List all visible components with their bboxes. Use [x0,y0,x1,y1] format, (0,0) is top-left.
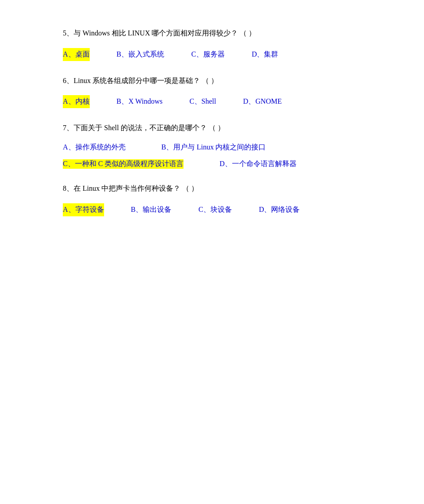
quiz-container: 5、与 Windows 相比 LINUX 哪个方面相对应用得较少？ （ ）A、桌… [63,27,370,216]
question-block-q6: 6、Linux 系统各组成部分中哪一项是基础？ （ ）A、内核B、X Windo… [63,75,370,109]
options-row-q5: A、桌面B、嵌入式系统C、服务器D、集群 [63,48,370,61]
options-line-q7-1: C、一种和 C 类似的高级程序设计语言D、一个命令语言解释器 [63,159,370,169]
option-q5-2: C、服务器 [191,48,225,61]
option-q8-0: A、字符设备 [63,203,104,216]
option-q6-1: B、X Windows [117,95,163,108]
option-q5-0: A、桌面 [63,48,90,61]
option-q7-1-1: D、一个命令语言解释器 [219,159,297,169]
options-line-q7-0: A、操作系统的外壳B、用户与 Linux 内核之间的接口 [63,143,370,152]
question-block-q7: 7、下面关于 Shell 的说法，不正确的是哪个？ （ ）A、操作系统的外壳B、… [63,122,370,169]
option-q8-2: C、块设备 [198,203,232,216]
question-block-q8: 8、在 Linux 中把声卡当作何种设备？ （ ）A、字符设备B、输出设备C、块… [63,182,370,216]
option-q7-0-1: B、用户与 Linux 内核之间的接口 [162,143,266,152]
question-text-q7: 7、下面关于 Shell 的说法，不正确的是哪个？ （ ） [63,122,370,135]
option-q5-3: D、集群 [252,48,279,61]
option-q8-3: D、网络设备 [259,203,300,216]
question-text-q8: 8、在 Linux 中把声卡当作何种设备？ （ ） [63,182,370,195]
options-row-q8: A、字符设备B、输出设备C、块设备D、网络设备 [63,203,370,216]
option-q7-0-0: A、操作系统的外壳 [63,143,126,152]
question-text-q5: 5、与 Windows 相比 LINUX 哪个方面相对应用得较少？ （ ） [63,27,370,40]
options-two-row-q7: A、操作系统的外壳B、用户与 Linux 内核之间的接口C、一种和 C 类似的高… [63,143,370,169]
option-q6-0: A、内核 [63,95,90,108]
question-text-q6: 6、Linux 系统各组成部分中哪一项是基础？ （ ） [63,75,370,88]
options-row-q6: A、内核B、X WindowsC、ShellD、GNOME [63,95,370,108]
option-q8-1: B、输出设备 [131,203,172,216]
option-q6-2: C、Shell [189,95,216,108]
option-q6-3: D、GNOME [243,95,282,108]
option-q5-1: B、嵌入式系统 [117,48,165,61]
option-q7-1-0: C、一种和 C 类似的高级程序设计语言 [63,159,184,169]
question-block-q5: 5、与 Windows 相比 LINUX 哪个方面相对应用得较少？ （ ）A、桌… [63,27,370,61]
